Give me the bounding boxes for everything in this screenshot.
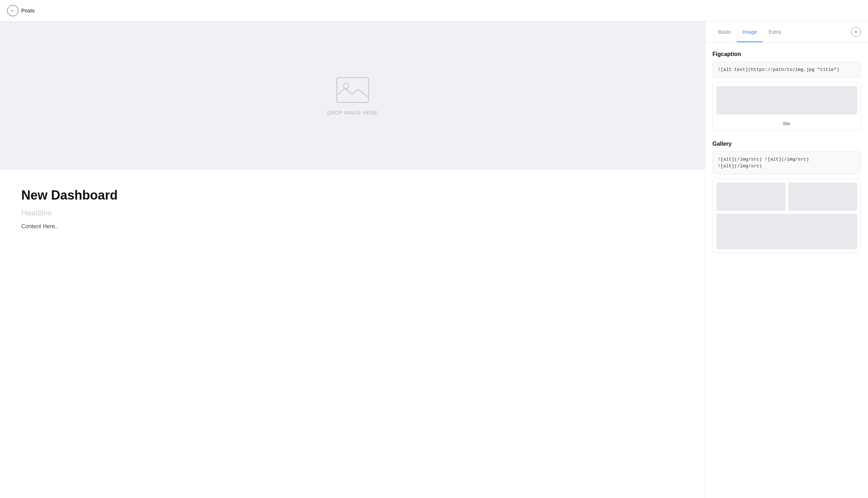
post-body: Content Here.. (21, 223, 684, 230)
gallery-row-bottom (716, 214, 857, 249)
gallery-cell-2 (788, 183, 857, 211)
preview-caption: title (713, 118, 861, 130)
main-layout: DROP IMAGE HERE New Dashboard Headline C… (0, 21, 868, 498)
gallery-preview (712, 179, 861, 253)
figcaption-preview: title (712, 82, 861, 131)
tab-basic[interactable]: Basic (712, 21, 737, 42)
close-button[interactable]: ✕ (851, 27, 861, 37)
image-placeholder-icon (335, 76, 370, 104)
svg-point-1 (343, 83, 349, 89)
post-content: New Dashboard Headline Content Here.. (0, 170, 705, 498)
header: ← Posts (0, 0, 868, 21)
back-icon: ← (7, 5, 18, 16)
drop-text: DROP IMAGE HERE (327, 110, 378, 116)
post-title: New Dashboard (21, 188, 684, 203)
gallery-cell-3 (716, 214, 857, 249)
drop-zone[interactable]: DROP IMAGE HERE (0, 21, 705, 170)
gallery-row-top (716, 183, 857, 211)
figcaption-section: Figcaption ![alt text](https://path/to/i… (712, 51, 861, 131)
panel-tabs: Basic Image Extra ✕ (705, 21, 868, 43)
panel-content: Figcaption ![alt text](https://path/to/i… (705, 43, 868, 498)
figcaption-code: ![alt text](https://path/to/img.jpg "tit… (712, 62, 861, 78)
preview-image-placeholder (716, 86, 857, 114)
gallery-code: ![alt](/img/src) ![alt](/img/src) ![alt]… (712, 151, 861, 174)
figcaption-title: Figcaption (712, 51, 861, 57)
right-panel: Basic Image Extra ✕ Figcaption ![alt tex… (705, 21, 868, 498)
content-area: DROP IMAGE HERE New Dashboard Headline C… (0, 21, 705, 498)
svg-rect-0 (337, 78, 369, 102)
gallery-code-text: ![alt](/img/src) ![alt](/img/src) ![alt]… (718, 157, 809, 169)
tab-image[interactable]: Image (737, 21, 763, 42)
back-label: Posts (21, 7, 35, 13)
post-headline: Headline (21, 208, 684, 218)
tab-extra[interactable]: Extra (763, 21, 786, 42)
gallery-cell-1 (716, 183, 785, 211)
gallery-section: Gallery ![alt](/img/src) ![alt](/img/src… (712, 141, 861, 253)
gallery-title: Gallery (712, 141, 861, 147)
back-button[interactable]: ← Posts (7, 5, 35, 16)
